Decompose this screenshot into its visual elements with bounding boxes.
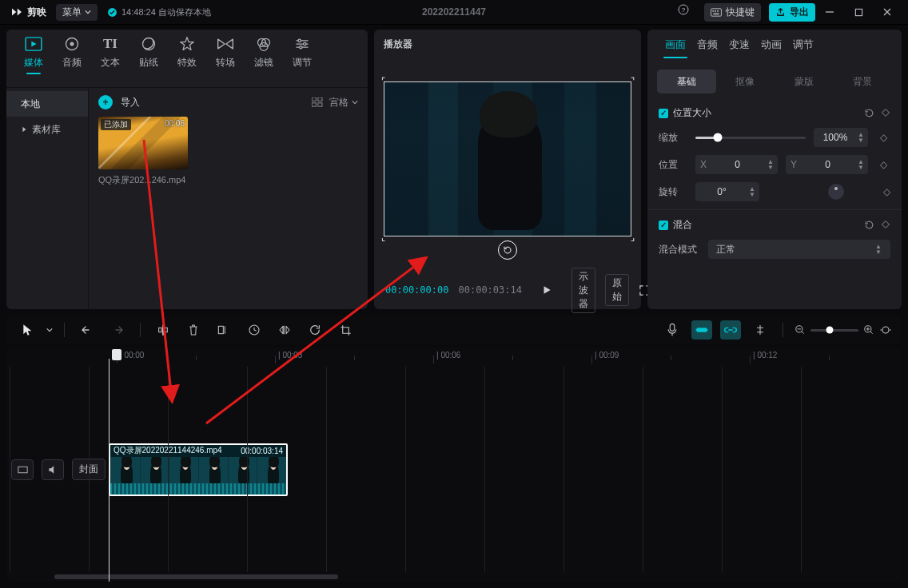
- menu-dropdown[interactable]: 菜单: [56, 4, 98, 21]
- tab-sticker[interactable]: 贴纸: [139, 34, 158, 70]
- transform-handle-tl[interactable]: ⌜: [378, 76, 388, 85]
- tab-audio[interactable]: 音频: [62, 34, 82, 70]
- rotate-label: 旋转: [659, 185, 687, 199]
- media-duration: 00:06: [165, 119, 185, 128]
- position-keyframe[interactable]: ◇: [876, 159, 890, 170]
- media-library-panel: 媒体 音频 TI 文本 贴纸 特效: [6, 30, 368, 309]
- position-y-input[interactable]: Y 0 ▲▼: [786, 155, 868, 174]
- redo-button[interactable]: [106, 319, 129, 341]
- position-x-input[interactable]: X 0 ▲▼: [695, 155, 778, 174]
- clock-icon: [248, 324, 261, 336]
- timeline-ruler[interactable]: | 00:00| 00:03| 00:06| 00:09| 00:12| 00:…: [14, 348, 902, 367]
- magnet-main-button[interactable]: [691, 320, 712, 340]
- player-canvas[interactable]: ⌜ ⌝ ⌞ ⌟: [384, 81, 631, 236]
- split-tool[interactable]: [152, 319, 174, 341]
- menu-dropdown-label: 菜单: [62, 6, 82, 19]
- track-visibility-button[interactable]: [11, 459, 34, 480]
- reset-button[interactable]: [864, 220, 874, 230]
- rotate-input[interactable]: 0° ▲▼: [695, 182, 759, 201]
- svg-rect-21: [318, 97, 322, 101]
- project-title: 202202211447: [422, 6, 486, 18]
- tab-transition[interactable]: 转场: [216, 34, 235, 70]
- subtab-cutout[interactable]: 抠像: [716, 70, 775, 93]
- shortcuts-button[interactable]: 快捷键: [704, 3, 761, 22]
- zoom-out-button[interactable]: [794, 324, 806, 336]
- tab-effects[interactable]: 特效: [177, 34, 197, 70]
- oscilloscope-button[interactable]: 示波器: [571, 268, 595, 313]
- sort-grid-icon[interactable]: [312, 97, 323, 107]
- transform-handle-br[interactable]: ⌟: [627, 232, 637, 242]
- transition-icon: [216, 34, 235, 54]
- position-label: 位置: [659, 158, 687, 172]
- subtab-basic[interactable]: 基础: [657, 70, 716, 93]
- zoom-fit-button[interactable]: [879, 324, 892, 336]
- timeline-panel: | 00:00| 00:03| 00:06| 00:09| 00:12| 00:…: [6, 348, 902, 582]
- tab-insp-audio[interactable]: 音频: [694, 36, 721, 57]
- close-button[interactable]: [873, 0, 902, 24]
- zoom-in-button[interactable]: [863, 324, 874, 336]
- layers-icon: [17, 465, 29, 475]
- subtab-background[interactable]: 背景: [834, 70, 893, 93]
- playhead[interactable]: [112, 349, 121, 360]
- subtab-mask[interactable]: 蒙版: [775, 70, 834, 93]
- rotate-button[interactable]: [304, 319, 326, 341]
- scale-keyframe[interactable]: ◇: [876, 132, 890, 143]
- import-add-button[interactable]: +: [98, 95, 113, 109]
- media-thumbnail[interactable]: 已添加 00:06 QQ录屏202...246.mp4: [98, 117, 188, 186]
- undo-button[interactable]: [76, 319, 98, 341]
- maximize-button[interactable]: [844, 0, 873, 24]
- mic-button[interactable]: [661, 319, 683, 341]
- zoom-slider[interactable]: [810, 329, 858, 332]
- keyframe-button[interactable]: [881, 108, 890, 118]
- help-button[interactable]: ?: [671, 3, 696, 21]
- tab-adjust[interactable]: 调节: [293, 34, 312, 70]
- tab-picture[interactable]: 画面: [662, 36, 689, 57]
- reset-button[interactable]: [864, 108, 874, 118]
- horizontal-scrollbar[interactable]: [54, 574, 889, 579]
- blend-mode-select[interactable]: 正常 ▲▼: [708, 240, 890, 259]
- pointer-tool[interactable]: [16, 319, 38, 341]
- chevron-down-icon[interactable]: [46, 327, 53, 333]
- sort-mode-dropdown[interactable]: 宫格: [329, 96, 358, 109]
- section-check-icon[interactable]: ✓: [659, 220, 668, 230]
- rotate-handle[interactable]: [498, 240, 517, 260]
- transform-handle-tr[interactable]: ⌝: [627, 76, 637, 85]
- minimize-button[interactable]: [815, 0, 844, 24]
- rotate-keyframe[interactable]: ◇: [852, 186, 890, 197]
- player-viewport[interactable]: ⌜ ⌝ ⌞ ⌟: [384, 55, 631, 263]
- mirror-button[interactable]: [273, 319, 296, 341]
- rotate-wheel[interactable]: [828, 184, 844, 200]
- speed-button[interactable]: [243, 319, 265, 341]
- crop-left-button[interactable]: [213, 319, 235, 341]
- import-label[interactable]: 导入: [121, 96, 140, 109]
- keyframe-button[interactable]: [881, 220, 890, 230]
- spinner-icon[interactable]: ▲▼: [855, 159, 866, 170]
- delete-button[interactable]: [182, 319, 205, 341]
- link-track-button[interactable]: [720, 320, 741, 340]
- snap-button[interactable]: [749, 319, 771, 341]
- tab-text[interactable]: TI 文本: [101, 34, 120, 70]
- spinner-icon[interactable]: ▲▼: [855, 132, 866, 143]
- section-check-icon[interactable]: ✓: [659, 109, 668, 118]
- playhead-line[interactable]: [109, 359, 110, 582]
- sidebar-item-local[interactable]: 本地: [6, 91, 88, 117]
- original-button[interactable]: 原始: [605, 274, 629, 306]
- tab-insp-adjust[interactable]: 调节: [790, 36, 817, 57]
- spinner-icon[interactable]: ▲▼: [873, 244, 884, 255]
- tab-animation[interactable]: 动画: [758, 36, 785, 57]
- spinner-icon[interactable]: ▲▼: [765, 159, 776, 170]
- track-mute-button[interactable]: [42, 459, 64, 480]
- timeline-clip[interactable]: QQ录屏20220221144246.mp4 00:00:03:14: [109, 443, 288, 496]
- scale-input[interactable]: 100% ▲▼: [814, 128, 868, 147]
- sidebar-item-stock[interactable]: 素材库: [6, 117, 88, 142]
- scale-slider[interactable]: [695, 137, 806, 139]
- crop-button[interactable]: [334, 319, 356, 341]
- tab-speed[interactable]: 变速: [726, 36, 753, 57]
- spinner-icon[interactable]: ▲▼: [747, 186, 758, 197]
- track-area[interactable]: QQ录屏20220221144246.mp4 00:00:03:14: [106, 367, 902, 572]
- play-button[interactable]: [541, 284, 552, 296]
- transform-handle-bl[interactable]: ⌞: [378, 232, 388, 242]
- export-button[interactable]: 导出: [769, 3, 815, 22]
- tab-media[interactable]: 媒体: [24, 34, 43, 70]
- tab-filter[interactable]: 滤镜: [254, 34, 273, 70]
